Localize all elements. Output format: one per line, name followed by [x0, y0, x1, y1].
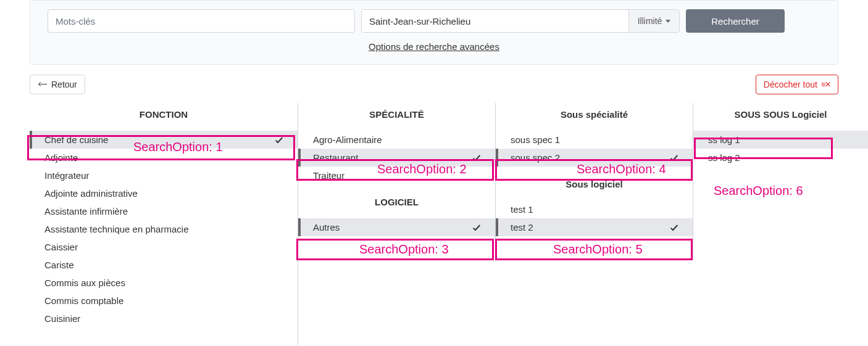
column-specialite: SPÉCIALITÉ Agro-AlimentaireRestaurantTra… — [298, 103, 496, 261]
advanced-options-link[interactable]: Options de recherche avancées — [369, 41, 499, 52]
check-icon — [472, 153, 482, 163]
column-header-sous-specialite: Sous spécialité — [496, 103, 693, 131]
list-item[interactable]: sous spec 2 — [496, 149, 693, 167]
list-item[interactable]: Agro-Alimentaire — [298, 131, 495, 149]
list-item-label: sous spec 2 — [511, 152, 560, 163]
column-header-sous-logiciel: Sous logiciel — [496, 167, 693, 200]
check-icon — [274, 135, 284, 145]
arrow-left-icon: 🡐 — [38, 79, 48, 90]
list-item-label: test 1 — [511, 204, 533, 215]
list-item-label: ss log 2 — [708, 152, 740, 163]
list-item[interactable]: test 2 — [496, 218, 693, 236]
list-item-label: ss log 1 — [708, 134, 740, 145]
list-item-label: test 2 — [511, 222, 533, 233]
list-item[interactable]: ss log 1 — [693, 131, 868, 149]
list-item-label: Restaurant — [313, 152, 358, 163]
check-icon — [472, 223, 482, 233]
chevron-down-icon — [666, 20, 670, 23]
list-item-label: Intégrateur — [44, 170, 90, 181]
specialite-list: Agro-AlimentaireRestaurantTraiteur — [298, 131, 495, 184]
back-label: Retour — [51, 80, 77, 89]
list-item-label: Adjointe administrative — [44, 188, 138, 199]
list-item-label: Autres — [313, 222, 340, 233]
search-button[interactable]: Rechercher — [686, 9, 785, 33]
sous-specialite-list: sous spec 1sous spec 2 — [496, 131, 693, 167]
list-item-label: Commis aux pièces — [44, 278, 125, 288]
list-item-label: Commis comptable — [44, 295, 123, 306]
distance-select[interactable]: Illimité — [628, 10, 679, 32]
location-group: Illimité — [361, 9, 680, 33]
list-item[interactable]: test 1 — [496, 200, 693, 218]
uncheck-label: Décocher tout — [764, 80, 817, 89]
sous-logiciel-list: test 1test 2 — [496, 200, 693, 236]
list-item[interactable]: Adjointe — [30, 149, 298, 167]
list-item-label: Caissier — [44, 242, 78, 252]
list-item-label: Assistante infirmière — [44, 206, 128, 216]
list-item-label: Adjointe — [44, 152, 78, 163]
distance-label: Illimité — [638, 16, 662, 26]
sssl-list: ss log 1ss log 2 — [693, 131, 868, 167]
location-input[interactable] — [362, 10, 628, 32]
advanced-options-wrap: Options de recherche avancées — [48, 41, 820, 52]
list-item-label: Cariste — [44, 260, 74, 270]
list-item[interactable]: Assistante technique en pharmacie — [30, 220, 298, 238]
list-item[interactable]: Cariste — [30, 256, 298, 274]
fonction-list: Chef de cuisineAdjointeIntégrateurAdjoin… — [30, 131, 298, 327]
list-item[interactable]: Adjointe administrative — [30, 184, 298, 202]
list-item-label: Traiteur — [313, 170, 344, 181]
list-item[interactable]: Caissier — [30, 238, 298, 256]
list-item[interactable]: Traiteur — [298, 167, 495, 184]
search-bar: Illimité Rechercher Options de recherche… — [30, 0, 838, 65]
list-item-label: Agro-Alimentaire — [313, 134, 382, 145]
back-button[interactable]: 🡐 Retour — [30, 75, 85, 94]
list-item[interactable]: sous spec 1 — [496, 131, 693, 149]
list-item-label: sous spec 1 — [511, 134, 560, 145]
list-item[interactable]: Commis aux pièces — [30, 274, 298, 292]
check-icon — [669, 153, 679, 163]
uncheck-icon: ≡✕ — [821, 80, 830, 89]
column-header-sssl: SOUS SOUS Logiciel — [693, 103, 868, 131]
list-item-label: Cuisinier — [44, 313, 80, 324]
uncheck-all-button[interactable]: Décocher tout ≡✕ — [756, 75, 838, 94]
list-item[interactable]: Assistante infirmière — [30, 202, 298, 220]
check-icon — [669, 223, 679, 233]
list-item[interactable]: Commis comptable — [30, 292, 298, 310]
column-sous-specialite: Sous spécialité sous spec 1sous spec 2 S… — [496, 103, 693, 261]
column-fonction: FONCTION Chef de cuisineAdjointeIntégrat… — [30, 103, 298, 346]
list-item[interactable]: ss log 2 — [693, 149, 868, 167]
list-item-label: Assistante technique en pharmacie — [44, 224, 188, 234]
columns-container: FONCTION Chef de cuisineAdjointeIntégrat… — [30, 103, 868, 346]
list-item[interactable]: Cuisinier — [30, 310, 298, 327]
column-header-logiciel: LOGICIEL — [298, 184, 495, 218]
list-item[interactable]: Restaurant — [298, 149, 495, 167]
list-item[interactable]: Intégrateur — [30, 167, 298, 184]
column-sous-sous-logiciel: SOUS SOUS Logiciel ss log 1ss log 2 — [693, 103, 868, 191]
search-row: Illimité Rechercher — [48, 9, 820, 33]
keywords-input[interactable] — [48, 9, 355, 33]
logiciel-list: Autres — [298, 218, 495, 236]
list-item[interactable]: Autres — [298, 218, 495, 236]
column-header-fonction: FONCTION — [30, 103, 298, 131]
list-item[interactable]: Chef de cuisine — [30, 131, 298, 149]
column-header-specialite: SPÉCIALITÉ — [298, 103, 495, 131]
toolbar: 🡐 Retour Décocher tout ≡✕ — [30, 75, 838, 94]
list-item-label: Chef de cuisine — [44, 134, 108, 145]
